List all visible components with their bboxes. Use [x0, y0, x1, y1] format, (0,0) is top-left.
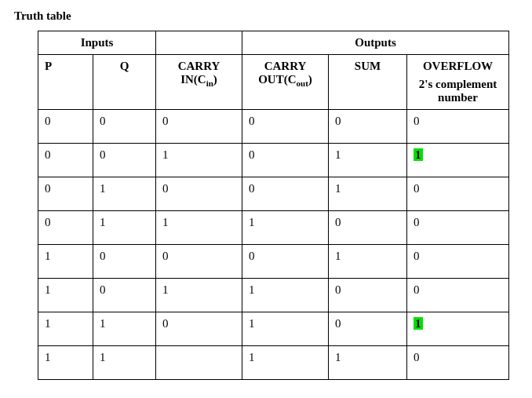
cell-value: 0 — [162, 250, 169, 262]
cell-value: 1 — [100, 351, 106, 363]
cell-value: 0 — [162, 317, 169, 330]
cell-value: 1 — [249, 317, 255, 330]
cell-q: 1 — [93, 312, 156, 346]
cell-value: 1 — [45, 351, 51, 363]
cell-p: 0 — [38, 110, 93, 144]
cell-value: 0 — [335, 317, 341, 330]
cell-value: 0 — [414, 250, 420, 262]
cell-value: 0 — [249, 148, 255, 161]
cell-value: 1 — [162, 283, 169, 296]
cell-q: 0 — [93, 245, 156, 279]
table-body: 0000000010110100100111001000101011001101… — [38, 110, 509, 380]
table-row: 010010 — [38, 177, 509, 211]
table-row: 011100 — [38, 211, 509, 245]
cell-value: 0 — [100, 250, 106, 262]
cell-q: 1 — [93, 177, 156, 211]
cell-value: 0 — [162, 115, 169, 127]
col-header-overflow: OVERFLOW 2's complement number — [407, 55, 509, 110]
cell-value: 0 — [414, 182, 420, 195]
cell-cin: 1 — [156, 144, 242, 177]
group-header-spacer — [156, 31, 242, 55]
cell-q: 1 — [93, 211, 156, 245]
cell-sum: 0 — [329, 110, 407, 144]
col-header-p: P — [38, 55, 93, 110]
cell-value: 0 — [414, 351, 420, 363]
column-header-row: P Q CARRY IN(Cin) CARRY OUT(Cout) SUM OV… — [38, 55, 509, 110]
cell-value: 1 — [249, 216, 255, 228]
inputs-group-header: Inputs — [38, 31, 156, 55]
cell-sum: 1 — [329, 144, 407, 177]
cell-cout: 0 — [242, 177, 329, 211]
cell-q: 0 — [93, 144, 156, 177]
cell-ov: 0 — [407, 279, 509, 312]
cell-cin: 0 — [156, 245, 242, 279]
cell-ov: 1 — [407, 312, 509, 346]
cell-ov: 0 — [407, 346, 509, 380]
table-row: 11110 — [38, 346, 509, 380]
cell-cout: 1 — [242, 279, 329, 312]
cell-cin: 1 — [156, 279, 242, 312]
col-header-cout: CARRY OUT(Cout) — [242, 55, 329, 110]
cell-p: 0 — [38, 144, 93, 177]
cell-value: 0 — [414, 115, 420, 127]
cell-p: 0 — [38, 177, 93, 211]
cell-value: 0 — [100, 115, 106, 127]
cell-value: 0 — [249, 182, 255, 195]
cell-value: 1 — [414, 148, 423, 161]
cell-cin: 1 — [156, 211, 242, 245]
outputs-group-header: Outputs — [242, 31, 509, 55]
cell-value: 0 — [45, 182, 51, 195]
cell-value: 1 — [414, 317, 423, 330]
cell-value: 0 — [414, 283, 420, 296]
cell-cout: 0 — [242, 110, 329, 144]
cell-value: 1 — [45, 283, 51, 296]
group-header-row: Inputs Outputs — [38, 31, 509, 55]
cell-ov: 0 — [407, 245, 509, 279]
cell-value: 0 — [249, 250, 255, 262]
cell-value: 1 — [45, 317, 51, 330]
cell-p: 1 — [38, 245, 93, 279]
cell-value: 0 — [45, 115, 51, 127]
cell-p: 1 — [38, 279, 93, 312]
cell-value: 1 — [249, 283, 255, 296]
cell-p: 1 — [38, 312, 93, 346]
cell-value: 1 — [45, 250, 51, 262]
table-row: 100010 — [38, 245, 509, 279]
cell-value: 0 — [249, 115, 255, 127]
cell-sum: 0 — [329, 211, 407, 245]
cell-cin: 0 — [156, 177, 242, 211]
cell-cin: 0 — [156, 312, 242, 346]
cell-cin — [156, 346, 242, 380]
cell-value: 0 — [100, 283, 106, 296]
cell-value: 0 — [162, 182, 169, 195]
cell-value: 0 — [335, 115, 341, 127]
cell-value: 0 — [335, 216, 341, 228]
cell-value: 0 — [414, 216, 420, 228]
cell-cout: 1 — [242, 211, 329, 245]
cell-sum: 0 — [329, 279, 407, 312]
cell-value: 1 — [249, 351, 255, 363]
cell-ov: 0 — [407, 211, 509, 245]
cell-value: 1 — [335, 148, 341, 161]
cell-q: 1 — [93, 346, 156, 380]
table-row: 101100 — [38, 279, 509, 312]
table-row: 001011 — [38, 144, 509, 177]
cell-sum: 0 — [329, 312, 407, 346]
cell-p: 1 — [38, 346, 93, 380]
cell-value: 1 — [335, 351, 341, 363]
col-header-cin: CARRY IN(Cin) — [156, 55, 242, 110]
table-row: 110101 — [38, 312, 509, 346]
truth-table: Inputs Outputs P Q CARRY IN(Cin) CARRY O… — [38, 31, 509, 380]
table-row: 000000 — [38, 110, 509, 144]
cell-cin: 0 — [156, 110, 242, 144]
col-header-q: Q — [93, 55, 156, 110]
cell-q: 0 — [93, 110, 156, 144]
cell-sum: 1 — [329, 346, 407, 380]
cell-value: 1 — [162, 148, 169, 161]
cell-value: 0 — [45, 216, 51, 228]
cell-value: 0 — [100, 148, 106, 161]
cell-value: 1 — [335, 250, 341, 262]
cell-ov: 0 — [407, 177, 509, 211]
cell-value: 1 — [335, 182, 341, 195]
page-title: Truth table — [14, 9, 518, 23]
